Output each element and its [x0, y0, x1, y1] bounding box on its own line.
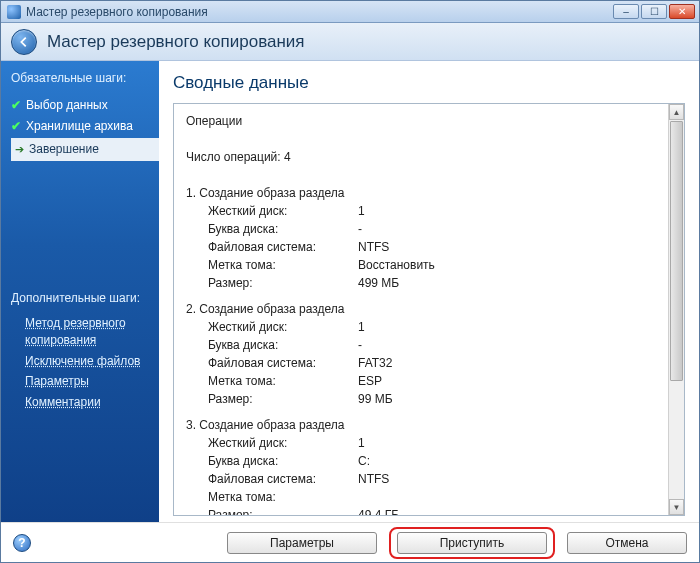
close-button[interactable]: ✕	[669, 4, 695, 19]
checkmark-icon: ✔	[11, 98, 23, 114]
step-data-selection[interactable]: ✔ Выбор данных	[11, 95, 159, 117]
back-button[interactable]	[11, 29, 37, 55]
step-label: Хранилище архива	[26, 119, 133, 135]
proceed-highlight: Приступить	[389, 527, 555, 559]
help-icon[interactable]: ?	[13, 534, 31, 552]
wizard-window: Мастер резервного копирования – ☐ ✕ Маст…	[0, 0, 700, 563]
operation-item: 3. Создание образа раздела Жесткий диск:…	[186, 416, 664, 515]
link-comments[interactable]: Комментарии	[11, 392, 151, 413]
header-title: Мастер резервного копирования	[47, 32, 305, 52]
step-completion[interactable]: ➔ Завершение	[11, 138, 159, 162]
scroll-thumb[interactable]	[670, 121, 683, 381]
arrow-right-icon: ➔	[15, 142, 27, 156]
operation-title: 3. Создание образа раздела	[186, 416, 664, 434]
footer: ? Параметры Приступить Отмена	[1, 522, 699, 562]
operations-header: Операции	[186, 112, 664, 130]
summary-box: Операции Число операций: 4 1. Создание о…	[173, 103, 685, 516]
checkmark-icon: ✔	[11, 119, 23, 135]
operation-title: 1. Создание образа раздела	[186, 184, 664, 202]
sidebar: Обязательные шаги: ✔ Выбор данных ✔ Хран…	[1, 61, 159, 522]
proceed-button[interactable]: Приступить	[397, 532, 547, 554]
minimize-button[interactable]: –	[613, 4, 639, 19]
titlebar-text: Мастер резервного копирования	[26, 5, 613, 19]
link-parameters[interactable]: Параметры	[11, 371, 151, 392]
scrollbar[interactable]: ▲ ▼	[668, 104, 684, 515]
link-file-exclusion[interactable]: Исключение файлов	[11, 351, 151, 372]
maximize-button[interactable]: ☐	[641, 4, 667, 19]
operation-item: 2. Создание образа раздела Жесткий диск:…	[186, 300, 664, 408]
required-steps-title: Обязательные шаги:	[11, 71, 159, 87]
operation-title: 2. Создание образа раздела	[186, 300, 664, 318]
page-title: Сводные данные	[173, 73, 685, 93]
scroll-up-button[interactable]: ▲	[669, 104, 684, 120]
operation-item: 1. Создание образа раздела Жесткий диск:…	[186, 184, 664, 292]
main-panel: Сводные данные Операции Число операций: …	[159, 61, 699, 522]
app-icon	[7, 5, 21, 19]
arrow-left-icon	[17, 35, 31, 49]
step-archive-storage[interactable]: ✔ Хранилище архива	[11, 116, 159, 138]
options-button[interactable]: Параметры	[227, 532, 377, 554]
step-label: Завершение	[29, 142, 99, 158]
step-label: Выбор данных	[26, 98, 108, 114]
operations-count: Число операций: 4	[186, 148, 664, 166]
header: Мастер резервного копирования	[1, 23, 699, 61]
summary-content: Операции Число операций: 4 1. Создание о…	[174, 104, 668, 515]
cancel-button[interactable]: Отмена	[567, 532, 687, 554]
titlebar: Мастер резервного копирования – ☐ ✕	[1, 1, 699, 23]
link-backup-method[interactable]: Метод резервного копирования	[11, 313, 151, 351]
additional-steps-title: Дополнительные шаги:	[11, 291, 151, 307]
scroll-down-button[interactable]: ▼	[669, 499, 684, 515]
